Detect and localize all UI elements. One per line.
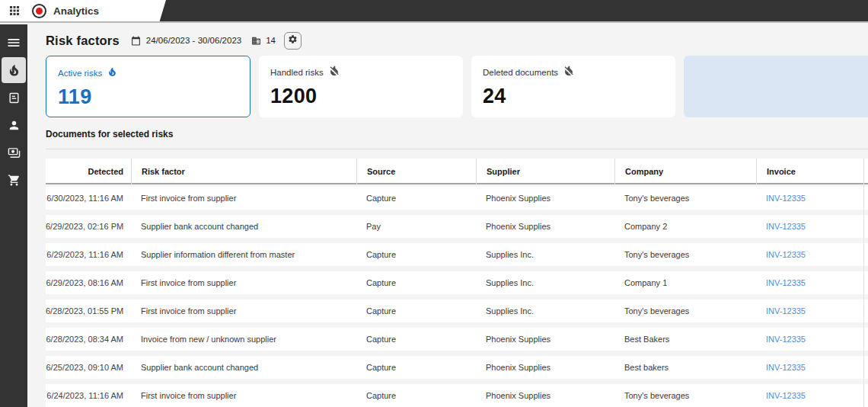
- column-header-invoice[interactable]: Invoice: [756, 159, 863, 184]
- page-header: Risk factors 24/06/2023 - 30/06/2023 14: [46, 31, 868, 50]
- documents-table: Detected Risk factor Source Supplier Com…: [46, 159, 868, 407]
- card-label: Deleted documents: [483, 68, 558, 77]
- cell-source: Capture: [356, 363, 476, 372]
- cell-risk-factor: Supplier bank account changed: [131, 363, 356, 372]
- sidebar-item-payments[interactable]: [0, 139, 27, 166]
- calendar-icon[interactable]: [131, 36, 141, 46]
- invoice-link[interactable]: INV-12335: [756, 363, 863, 372]
- app-grid-icon[interactable]: [7, 3, 22, 18]
- cell-risk-factor: First invoice from supplier: [131, 306, 356, 316]
- cell-detected: 6/24/2023, 11:16 AM: [46, 391, 131, 400]
- app-title: Analytics: [53, 5, 99, 17]
- cell-supplier: Supplies Inc.: [476, 278, 614, 287]
- cell-source: Capture: [356, 306, 476, 316]
- column-header-company[interactable]: Company: [614, 159, 756, 184]
- cell-company: Tony's beverages: [614, 194, 756, 203]
- document-icon: [8, 91, 21, 104]
- cell-supplier: Phoenix Supplies: [476, 363, 614, 372]
- cell-company: Tony's beverages: [614, 250, 756, 259]
- cell-detected: 6/30/2023, 11:16 AM: [46, 194, 131, 203]
- cart-icon: [8, 174, 21, 187]
- card-handled-risks[interactable]: Handled risks 1200: [259, 56, 463, 117]
- cell-source: Capture: [356, 278, 476, 287]
- fire-icon: [107, 66, 117, 80]
- cell-supplier: Phoenix Supplies: [476, 194, 614, 203]
- card-value: 24: [483, 85, 664, 108]
- table-row[interactable]: 6/29/2023, 11:16 AM Supplier information…: [46, 243, 868, 266]
- sidebar-item-documents[interactable]: [0, 84, 27, 111]
- cell-risk-factor: Supplier information different from mast…: [131, 250, 356, 259]
- column-header-source[interactable]: Source: [356, 159, 476, 184]
- cell-company: Best Bakers: [614, 335, 756, 344]
- table-row[interactable]: 6/29/2023, 08:16 AM First invoice from s…: [46, 271, 868, 294]
- cell-source: Capture: [356, 391, 476, 400]
- cell-company: Tony's beverages: [614, 391, 756, 400]
- cell-supplier: Phoenix Supplies: [476, 391, 614, 400]
- sidebar-item-purchases[interactable]: [0, 166, 27, 194]
- cell-company: Best bakers: [614, 363, 756, 372]
- cell-company: Tony's beverages: [614, 306, 756, 316]
- cell-company: Company 1: [614, 278, 756, 287]
- cell-supplier: Phoenix Supplies: [476, 335, 614, 344]
- cell-detected: 6/25/2023, 09:10 AM: [46, 363, 131, 372]
- cell-detected: 6/28/2023, 08:34 AM: [46, 335, 131, 344]
- table-row[interactable]: 6/28/2023, 01:55 PM First invoice from s…: [46, 300, 868, 322]
- brand-logo: [32, 4, 46, 18]
- table-row[interactable]: 6/25/2023, 09:10 AM Supplier bank accoun…: [46, 356, 868, 379]
- cell-supplier: Supplies Inc.: [476, 306, 614, 316]
- cell-detected: 6/29/2023, 08:16 AM: [46, 278, 131, 287]
- menu-icon: [6, 35, 21, 50]
- cell-risk-factor: Supplier bank account changed: [131, 222, 356, 231]
- invoice-link[interactable]: INV-12335: [756, 222, 863, 231]
- section-title: Documents for selected risks: [46, 129, 868, 139]
- invoice-link[interactable]: INV-12335: [756, 335, 863, 344]
- table-body: 6/30/2023, 11:16 AM First invoice from s…: [46, 184, 868, 407]
- sidebar-item-risks[interactable]: [0, 56, 27, 84]
- cell-risk-factor: First invoice from supplier: [131, 194, 356, 203]
- person-icon: [8, 119, 21, 132]
- sidebar: [0, 24, 27, 407]
- cell-detected: 6/28/2023, 01:55 PM: [46, 306, 131, 316]
- column-header-supplier[interactable]: Supplier: [476, 159, 614, 184]
- gear-icon: [288, 34, 298, 47]
- invoice-link[interactable]: INV-12335: [756, 250, 863, 259]
- sidebar-item-users[interactable]: [0, 111, 27, 139]
- date-range[interactable]: 24/06/2023 - 30/06/2023: [146, 36, 241, 45]
- top-app-bar: Analytics: [0, 0, 868, 23]
- menu-toggle-button[interactable]: [0, 29, 27, 56]
- brand-logo-dot: [36, 8, 43, 14]
- company-count: 14: [266, 36, 276, 45]
- table-row[interactable]: 6/28/2023, 08:34 AM Invoice from new / u…: [46, 328, 868, 351]
- invoice-link[interactable]: INV-12335: [756, 194, 863, 203]
- card-label: Handled risks: [270, 68, 324, 77]
- company-icon[interactable]: [251, 36, 261, 46]
- cell-source: Pay: [356, 222, 476, 231]
- table-row[interactable]: 6/29/2023, 02:16 PM Supplier bank accoun…: [46, 215, 868, 238]
- table-header: Detected Risk factor Source Supplier Com…: [46, 159, 868, 184]
- fire-icon: [8, 64, 21, 77]
- settings-button[interactable]: [284, 32, 302, 50]
- cell-company: Company 2: [614, 222, 756, 231]
- column-header-detected[interactable]: Detected: [46, 159, 131, 184]
- fire-off-icon: [563, 66, 574, 79]
- card-deleted-documents[interactable]: Deleted documents 24: [471, 56, 675, 117]
- section-divider: [46, 149, 868, 149]
- invoice-link[interactable]: INV-12335: [756, 306, 863, 316]
- column-header-risk-factor[interactable]: Risk factor: [131, 159, 356, 184]
- invoice-link[interactable]: INV-12335: [756, 278, 863, 287]
- fire-off-icon: [329, 66, 340, 79]
- card-value: 119: [58, 85, 238, 109]
- cell-detected: 6/29/2023, 02:16 PM: [46, 222, 131, 231]
- cell-source: Capture: [356, 194, 476, 203]
- cell-risk-factor: First invoice from supplier: [131, 391, 356, 400]
- table-row[interactable]: 6/30/2023, 11:16 AM First invoice from s…: [46, 187, 868, 210]
- cell-source: Capture: [356, 250, 476, 259]
- cell-supplier: Supplies Inc.: [476, 250, 614, 259]
- card-active-risks[interactable]: Active risks 119: [46, 56, 251, 117]
- table-row[interactable]: 6/24/2023, 11:16 AM First invoice from s…: [46, 384, 868, 407]
- invoice-link[interactable]: INV-12335: [756, 391, 863, 400]
- card-label: Active risks: [58, 69, 102, 78]
- cell-supplier: Phoenix Supplies: [476, 222, 614, 231]
- cell-risk-factor: Invoice from new / unknown supplier: [131, 335, 356, 344]
- cell-source: Capture: [356, 335, 476, 344]
